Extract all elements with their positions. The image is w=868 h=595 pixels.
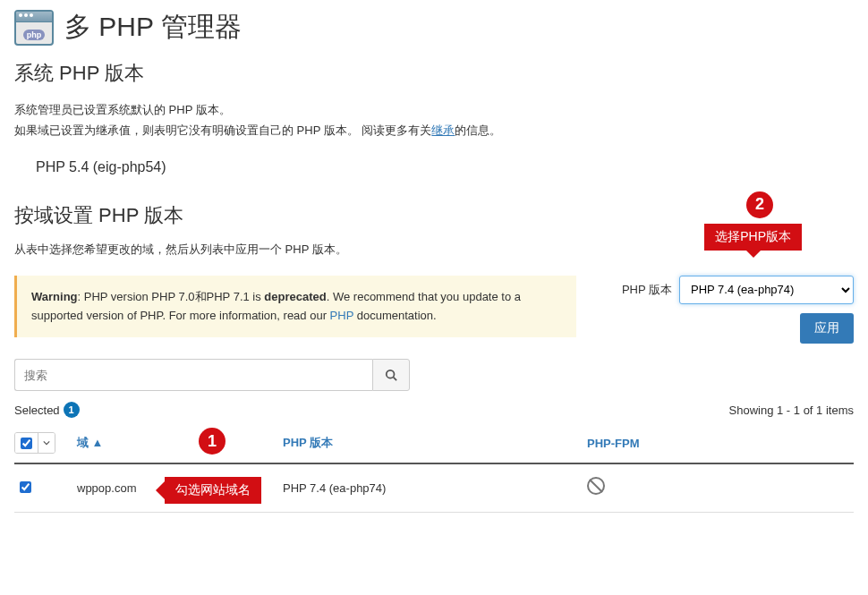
select-all-checkbox[interactable] [21, 438, 32, 449]
search-icon [385, 369, 397, 381]
deprecation-warning: Warning: PHP version PHP 7.0和PHP 7.1 is … [14, 276, 576, 338]
annotation-step-1-icon: 1 [199, 428, 226, 455]
row-fpm [587, 477, 854, 499]
chevron-down-icon [43, 439, 50, 446]
system-heading: 系统 PHP 版本 [14, 60, 854, 87]
page-header: php 多 PHP 管理器 [14, 0, 854, 60]
apply-button[interactable]: 应用 [800, 313, 854, 344]
inherit-link[interactable]: 继承 [431, 123, 455, 137]
php-icon: php [14, 10, 54, 46]
search-button[interactable] [372, 359, 410, 391]
column-domain[interactable]: 域 ▲ 1 [77, 435, 283, 451]
domain-heading: 按域设置 PHP 版本 [14, 202, 854, 229]
annotation-step-1-label: 勾选网站域名 [165, 477, 261, 504]
row-checkbox[interactable] [20, 481, 31, 493]
svg-point-0 [387, 370, 395, 378]
page-title: 多 PHP 管理器 [64, 9, 242, 46]
select-all-dropdown[interactable] [38, 433, 55, 453]
selected-count: Selected 1 [14, 402, 80, 418]
php-doc-link[interactable]: PHP [330, 309, 354, 322]
row-version: PHP 7.4 (ea-php74) [283, 481, 587, 495]
ban-icon [587, 477, 605, 495]
row-domain: wppop.com [77, 481, 136, 495]
select-all-toggle[interactable] [14, 432, 55, 454]
column-fpm[interactable]: PHP-FPM [587, 437, 854, 450]
php-version-label: PHP 版本 [622, 282, 672, 298]
current-php-version: PHP 5.4 (eig-php54) [36, 159, 854, 175]
svg-line-1 [394, 378, 397, 381]
domain-description: 从表中选择您希望更改的域，然后从列表中应用一个 PHP 版本。 [14, 242, 854, 258]
column-version[interactable]: PHP 版本 [283, 435, 587, 451]
system-description: 系统管理员已设置系统默认的 PHP 版本。 如果域已设置为继承值，则表明它没有明… [14, 99, 854, 141]
search-input[interactable] [14, 359, 372, 391]
table-header: 域 ▲ 1 PHP 版本 PHP-FPM [14, 425, 854, 464]
showing-count: Showing 1 - 1 of 1 items [729, 404, 854, 417]
php-version-select[interactable]: PHP 7.4 (ea-php74) [679, 276, 854, 304]
table-row: wppop.com 勾选网站域名 PHP 7.4 (ea-php74) [14, 464, 854, 513]
